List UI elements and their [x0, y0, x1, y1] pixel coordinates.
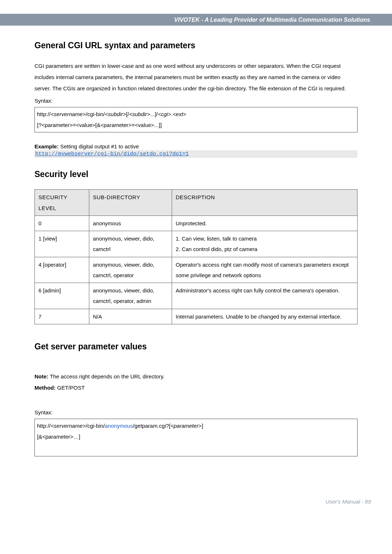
cell-desc: Administrator's access right can fully c… — [172, 283, 358, 309]
th-security-level: SECURITY LEVEL — [35, 190, 89, 216]
table-header-row: SECURITY LEVEL SUB-DIRECTORY DESCRIPTION — [35, 190, 358, 216]
syntax-label-2: Syntax: — [34, 407, 358, 418]
table-row: 4 [operator] anonymous, viewer, dido, ca… — [35, 257, 358, 283]
header-bar: VIVOTEK - A Leading Provider of Multimed… — [0, 14, 392, 26]
cell-level: 6 [admin] — [35, 283, 89, 309]
cell-subdir: anonymous, viewer, dido, camctrl — [89, 231, 172, 257]
cell-level: 7 — [35, 309, 89, 324]
cell-desc: Internal parameters. Unable to be change… — [172, 309, 358, 324]
table-row: 1 [view] anonymous, viewer, dido, camctr… — [35, 231, 358, 257]
cell-subdir: anonymous — [89, 216, 172, 231]
document-page: VIVOTEK - A Leading Provider of Multimed… — [0, 14, 392, 516]
syntax-box-getparam: http://<servername>/cgi-bin/anonymous/ge… — [34, 419, 358, 456]
example-url-link[interactable]: http://mywebserver/cgi-bin/dido/setdo.cg… — [34, 150, 358, 158]
syntax-line-1: http://<servername>/cgi-bin/<subdir>[/<s… — [37, 109, 355, 120]
note-line: Note: The access right depends on the UR… — [34, 372, 358, 381]
th-description: DESCRIPTION — [172, 190, 358, 216]
cell-subdir: anonymous, viewer, dido, camctrl, operat… — [89, 283, 172, 309]
cell-desc: Operator's access right can modify most … — [172, 257, 358, 283]
page-number: User's Manual - 89 — [326, 498, 371, 505]
table-body: 0 anonymous Unprotected. 1 [view] anonym… — [35, 216, 358, 324]
table-row: 0 anonymous Unprotected. — [35, 216, 358, 231]
cell-level: 0 — [35, 216, 89, 231]
syntax-line-2: [?<parameter>=<value>[&<parameter>=<valu… — [37, 120, 355, 131]
cell-level: 4 [operator] — [35, 257, 89, 283]
content-area: General CGI URL syntax and parameters CG… — [0, 30, 392, 467]
cell-level: 1 [view] — [35, 231, 89, 257]
header-title: VIVOTEK - A Leading Provider of Multimed… — [174, 17, 370, 23]
example-line: Example: Setting digital output #1 to ac… — [34, 143, 358, 149]
section-heading-getparam: Get server parameter values — [34, 342, 358, 352]
cell-subdir: anonymous, viewer, dido, camctrl, operat… — [89, 257, 172, 283]
syntax2-line-2: [&<parameter>…] — [37, 431, 355, 442]
cell-desc: Unprotected. — [172, 216, 358, 231]
section-heading-security: Security level — [34, 169, 358, 179]
section-heading-general: General CGI URL syntax and parameters — [34, 41, 358, 50]
syntax-box-general: http://<servername>/cgi-bin/<subdir>[/<s… — [34, 107, 358, 132]
footer: User's Manual - 89 — [0, 498, 392, 516]
table-row: 6 [admin] anonymous, viewer, dido, camct… — [35, 283, 358, 309]
security-level-table: SECURITY LEVEL SUB-DIRECTORY DESCRIPTION… — [34, 189, 358, 324]
th-sub-directory: SUB-DIRECTORY — [89, 190, 172, 216]
intro-paragraph: CGI parameters are written in lower-case… — [34, 61, 358, 94]
syntax-label: Syntax: — [34, 95, 358, 106]
method-line: Method: GET/POST — [34, 383, 358, 393]
cell-subdir: N/A — [89, 309, 172, 324]
syntax2-line-1: http://<servername>/cgi-bin/anonymous/ge… — [37, 420, 355, 431]
cell-desc: 1. Can view, listen, talk to camera 2. C… — [172, 231, 358, 257]
table-row: 7 N/A Internal parameters. Unable to be … — [35, 309, 358, 324]
